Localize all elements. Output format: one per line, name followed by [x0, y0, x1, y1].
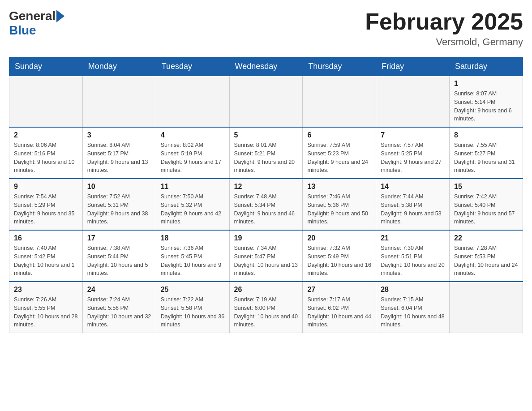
calendar-week-row: 9Sunrise: 7:54 AMSunset: 5:29 PMDaylight…	[9, 179, 523, 230]
day-info: Sunrise: 7:30 AMSunset: 5:51 PMDaylight:…	[381, 244, 445, 278]
day-number: 3	[87, 131, 151, 139]
day-info: Sunrise: 7:52 AMSunset: 5:31 PMDaylight:…	[87, 193, 151, 226]
day-number: 1	[454, 80, 518, 88]
day-number: 15	[454, 183, 518, 191]
day-info: Sunrise: 7:15 AMSunset: 6:04 PMDaylight:…	[381, 295, 445, 329]
day-info: Sunrise: 7:24 AMSunset: 5:56 PMDaylight:…	[87, 295, 151, 329]
day-number: 6	[307, 131, 371, 139]
day-number: 20	[307, 234, 371, 242]
day-of-week-header: Sunday	[9, 57, 83, 76]
day-number: 8	[454, 131, 518, 139]
day-number: 12	[234, 183, 298, 191]
logo: General Blue	[9, 9, 65, 38]
day-info: Sunrise: 7:57 AMSunset: 5:25 PMDaylight:…	[381, 141, 445, 175]
day-info: Sunrise: 7:40 AMSunset: 5:42 PMDaylight:…	[14, 244, 78, 278]
day-info: Sunrise: 7:59 AMSunset: 5:23 PMDaylight:…	[307, 141, 371, 175]
calendar-day-cell: 13Sunrise: 7:46 AMSunset: 5:36 PMDayligh…	[303, 179, 376, 230]
day-info: Sunrise: 7:44 AMSunset: 5:38 PMDaylight:…	[381, 193, 445, 226]
calendar-day-cell	[229, 76, 303, 128]
calendar-day-cell	[9, 76, 83, 128]
day-info: Sunrise: 8:01 AMSunset: 5:21 PMDaylight:…	[234, 141, 298, 175]
day-of-week-header: Thursday	[303, 57, 376, 76]
calendar-week-row: 23Sunrise: 7:26 AMSunset: 5:55 PMDayligh…	[9, 282, 523, 333]
day-number: 7	[381, 131, 445, 139]
month-title: February 2025	[365, 9, 523, 34]
calendar-day-cell	[376, 76, 450, 128]
day-number: 27	[307, 286, 371, 294]
calendar-day-cell: 6Sunrise: 7:59 AMSunset: 5:23 PMDaylight…	[303, 127, 376, 179]
logo-general-text: General	[9, 9, 56, 23]
logo-arrow-icon	[56, 10, 64, 22]
location-text: Versmold, Germany	[365, 36, 523, 48]
day-number: 5	[234, 131, 298, 139]
day-info: Sunrise: 7:36 AMSunset: 5:45 PMDaylight:…	[161, 244, 225, 278]
day-info: Sunrise: 8:06 AMSunset: 5:16 PMDaylight:…	[14, 141, 78, 175]
day-info: Sunrise: 7:48 AMSunset: 5:34 PMDaylight:…	[234, 193, 298, 226]
day-info: Sunrise: 7:54 AMSunset: 5:29 PMDaylight:…	[14, 193, 78, 226]
day-number: 9	[14, 183, 78, 191]
calendar-day-cell: 4Sunrise: 8:02 AMSunset: 5:19 PMDaylight…	[156, 127, 229, 179]
day-number: 25	[161, 286, 225, 294]
day-of-week-header: Friday	[376, 57, 450, 76]
calendar-day-cell: 14Sunrise: 7:44 AMSunset: 5:38 PMDayligh…	[376, 179, 450, 230]
day-info: Sunrise: 8:02 AMSunset: 5:19 PMDaylight:…	[161, 141, 225, 175]
day-number: 4	[161, 131, 225, 139]
logo-blue-text: Blue	[9, 23, 36, 37]
day-number: 24	[87, 286, 151, 294]
day-number: 19	[234, 234, 298, 242]
calendar-header-row: SundayMondayTuesdayWednesdayThursdayFrid…	[9, 57, 523, 76]
day-info: Sunrise: 7:55 AMSunset: 5:27 PMDaylight:…	[454, 141, 518, 175]
day-number: 11	[161, 183, 225, 191]
day-number: 10	[87, 183, 151, 191]
calendar-day-cell: 10Sunrise: 7:52 AMSunset: 5:31 PMDayligh…	[82, 179, 156, 230]
day-of-week-header: Saturday	[450, 57, 523, 76]
calendar-day-cell: 17Sunrise: 7:38 AMSunset: 5:44 PMDayligh…	[82, 230, 156, 282]
day-info: Sunrise: 7:17 AMSunset: 6:02 PMDaylight:…	[307, 295, 371, 329]
day-info: Sunrise: 7:32 AMSunset: 5:49 PMDaylight:…	[307, 244, 371, 278]
calendar-day-cell: 21Sunrise: 7:30 AMSunset: 5:51 PMDayligh…	[376, 230, 450, 282]
calendar-day-cell: 2Sunrise: 8:06 AMSunset: 5:16 PMDaylight…	[9, 127, 83, 179]
calendar-day-cell: 11Sunrise: 7:50 AMSunset: 5:32 PMDayligh…	[156, 179, 229, 230]
calendar-day-cell: 15Sunrise: 7:42 AMSunset: 5:40 PMDayligh…	[450, 179, 523, 230]
calendar-week-row: 2Sunrise: 8:06 AMSunset: 5:16 PMDaylight…	[9, 127, 523, 179]
day-info: Sunrise: 7:28 AMSunset: 5:53 PMDaylight:…	[454, 244, 518, 278]
calendar-day-cell	[303, 76, 376, 128]
calendar-day-cell: 8Sunrise: 7:55 AMSunset: 5:27 PMDaylight…	[450, 127, 523, 179]
calendar-day-cell: 18Sunrise: 7:36 AMSunset: 5:45 PMDayligh…	[156, 230, 229, 282]
day-info: Sunrise: 7:42 AMSunset: 5:40 PMDaylight:…	[454, 193, 518, 226]
calendar-day-cell: 7Sunrise: 7:57 AMSunset: 5:25 PMDaylight…	[376, 127, 450, 179]
calendar-table: SundayMondayTuesdayWednesdayThursdayFrid…	[9, 57, 523, 333]
calendar-day-cell: 3Sunrise: 8:04 AMSunset: 5:17 PMDaylight…	[82, 127, 156, 179]
day-number: 2	[14, 131, 78, 139]
day-number: 28	[381, 286, 445, 294]
day-info: Sunrise: 8:07 AMSunset: 5:14 PMDaylight:…	[454, 90, 518, 123]
calendar-day-cell: 16Sunrise: 7:40 AMSunset: 5:42 PMDayligh…	[9, 230, 83, 282]
calendar-day-cell	[156, 76, 229, 128]
day-info: Sunrise: 8:04 AMSunset: 5:17 PMDaylight:…	[87, 141, 151, 175]
day-of-week-header: Monday	[82, 57, 156, 76]
day-number: 18	[161, 234, 225, 242]
day-info: Sunrise: 7:38 AMSunset: 5:44 PMDaylight:…	[87, 244, 151, 278]
calendar-week-row: 1Sunrise: 8:07 AMSunset: 5:14 PMDaylight…	[9, 76, 523, 128]
day-number: 17	[87, 234, 151, 242]
title-area: February 2025 Versmold, Germany	[365, 9, 523, 48]
calendar-day-cell: 5Sunrise: 8:01 AMSunset: 5:21 PMDaylight…	[229, 127, 303, 179]
day-number: 13	[307, 183, 371, 191]
calendar-day-cell: 28Sunrise: 7:15 AMSunset: 6:04 PMDayligh…	[376, 282, 450, 333]
calendar-day-cell: 25Sunrise: 7:22 AMSunset: 5:58 PMDayligh…	[156, 282, 229, 333]
calendar-day-cell: 12Sunrise: 7:48 AMSunset: 5:34 PMDayligh…	[229, 179, 303, 230]
calendar-day-cell: 23Sunrise: 7:26 AMSunset: 5:55 PMDayligh…	[9, 282, 83, 333]
calendar-day-cell	[82, 76, 156, 128]
calendar-day-cell: 20Sunrise: 7:32 AMSunset: 5:49 PMDayligh…	[303, 230, 376, 282]
day-of-week-header: Wednesday	[229, 57, 303, 76]
day-number: 14	[381, 183, 445, 191]
page-header: General Blue February 2025 Versmold, Ger…	[9, 9, 523, 48]
day-info: Sunrise: 7:34 AMSunset: 5:47 PMDaylight:…	[234, 244, 298, 278]
day-info: Sunrise: 7:46 AMSunset: 5:36 PMDaylight:…	[307, 193, 371, 226]
day-info: Sunrise: 7:26 AMSunset: 5:55 PMDaylight:…	[14, 295, 78, 329]
day-number: 21	[381, 234, 445, 242]
day-info: Sunrise: 7:19 AMSunset: 6:00 PMDaylight:…	[234, 295, 298, 329]
day-info: Sunrise: 7:22 AMSunset: 5:58 PMDaylight:…	[161, 295, 225, 329]
calendar-day-cell: 22Sunrise: 7:28 AMSunset: 5:53 PMDayligh…	[450, 230, 523, 282]
calendar-day-cell: 26Sunrise: 7:19 AMSunset: 6:00 PMDayligh…	[229, 282, 303, 333]
